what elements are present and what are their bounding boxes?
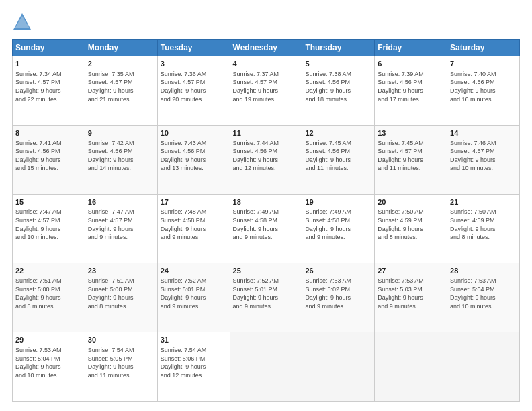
day-info: Sunrise: 7:44 AMSunset: 4:56 PMDaylight:… xyxy=(233,139,300,173)
day-info: Sunrise: 7:52 AMSunset: 5:01 PMDaylight:… xyxy=(233,277,300,310)
svg-marker-1 xyxy=(15,16,30,28)
calendar-body: 1Sunrise: 7:34 AMSunset: 4:57 PMDaylight… xyxy=(13,56,520,402)
calendar-cell: 25Sunrise: 7:52 AMSunset: 5:01 PMDayligh… xyxy=(230,263,302,332)
calendar-cell: 23Sunrise: 7:51 AMSunset: 5:00 PMDayligh… xyxy=(85,263,157,332)
day-info: Sunrise: 7:36 AMSunset: 4:57 PMDaylight:… xyxy=(161,70,227,103)
calendar-cell: 28Sunrise: 7:53 AMSunset: 5:04 PMDayligh… xyxy=(447,263,520,332)
day-info: Sunrise: 7:53 AMSunset: 5:04 PMDaylight:… xyxy=(15,346,82,379)
day-number: 12 xyxy=(305,128,371,138)
calendar-cell: 13Sunrise: 7:45 AMSunset: 4:57 PMDayligh… xyxy=(375,125,447,194)
day-number: 27 xyxy=(378,266,444,276)
day-info: Sunrise: 7:45 AMSunset: 4:56 PMDaylight:… xyxy=(305,139,371,173)
day-info: Sunrise: 7:52 AMSunset: 5:01 PMDaylight:… xyxy=(161,277,227,310)
calendar-cell: 30Sunrise: 7:54 AMSunset: 5:05 PMDayligh… xyxy=(85,332,157,402)
calendar-cell: 4Sunrise: 7:37 AMSunset: 4:57 PMDaylight… xyxy=(230,56,302,126)
day-number: 2 xyxy=(88,59,154,69)
day-number: 20 xyxy=(378,197,444,208)
day-info: Sunrise: 7:54 AMSunset: 5:06 PMDaylight:… xyxy=(161,346,227,379)
day-number: 6 xyxy=(378,59,444,69)
calendar-week-2: 8Sunrise: 7:41 AMSunset: 4:56 PMDaylight… xyxy=(13,125,520,194)
calendar-cell: 16Sunrise: 7:47 AMSunset: 4:57 PMDayligh… xyxy=(85,194,157,263)
calendar-cell: 8Sunrise: 7:41 AMSunset: 4:56 PMDaylight… xyxy=(13,125,85,194)
day-number: 3 xyxy=(161,59,227,69)
day-number: 25 xyxy=(233,266,300,276)
day-info: Sunrise: 7:53 AMSunset: 5:03 PMDaylight:… xyxy=(378,277,444,310)
calendar-cell: 1Sunrise: 7:34 AMSunset: 4:57 PMDaylight… xyxy=(13,56,85,126)
calendar-cell: 9Sunrise: 7:42 AMSunset: 4:56 PMDaylight… xyxy=(85,125,157,194)
calendar-cell: 18Sunrise: 7:49 AMSunset: 4:58 PMDayligh… xyxy=(230,194,302,263)
day-info: Sunrise: 7:46 AMSunset: 4:57 PMDaylight:… xyxy=(450,139,517,173)
col-tuesday: Tuesday xyxy=(157,40,230,56)
day-number: 29 xyxy=(15,335,82,345)
day-info: Sunrise: 7:37 AMSunset: 4:57 PMDaylight:… xyxy=(233,70,300,103)
logo xyxy=(12,12,35,32)
header xyxy=(12,12,520,32)
col-friday: Friday xyxy=(375,40,447,56)
day-number: 23 xyxy=(88,266,154,276)
col-wednesday: Wednesday xyxy=(230,40,302,56)
day-info: Sunrise: 7:54 AMSunset: 5:05 PMDaylight:… xyxy=(88,346,154,379)
day-number: 8 xyxy=(15,128,82,138)
day-info: Sunrise: 7:49 AMSunset: 4:58 PMDaylight:… xyxy=(305,208,371,241)
calendar-cell: 15Sunrise: 7:47 AMSunset: 4:57 PMDayligh… xyxy=(13,194,85,263)
calendar-cell: 31Sunrise: 7:54 AMSunset: 5:06 PMDayligh… xyxy=(157,332,230,402)
calendar-cell: 7Sunrise: 7:40 AMSunset: 4:56 PMDaylight… xyxy=(447,56,520,126)
calendar-cell xyxy=(447,332,520,402)
calendar-cell: 12Sunrise: 7:45 AMSunset: 4:56 PMDayligh… xyxy=(302,125,375,194)
calendar-week-5: 29Sunrise: 7:53 AMSunset: 5:04 PMDayligh… xyxy=(13,332,520,402)
calendar-cell: 27Sunrise: 7:53 AMSunset: 5:03 PMDayligh… xyxy=(375,263,447,332)
day-number: 7 xyxy=(450,59,517,69)
day-info: Sunrise: 7:47 AMSunset: 4:57 PMDaylight:… xyxy=(15,208,82,241)
calendar-cell xyxy=(375,332,447,402)
day-number: 14 xyxy=(450,128,517,138)
calendar-cell: 20Sunrise: 7:50 AMSunset: 4:59 PMDayligh… xyxy=(375,194,447,263)
day-number: 18 xyxy=(233,197,300,208)
day-number: 19 xyxy=(305,197,371,208)
day-number: 21 xyxy=(450,197,517,208)
calendar-cell xyxy=(302,332,375,402)
day-number: 24 xyxy=(161,266,227,276)
calendar-cell: 29Sunrise: 7:53 AMSunset: 5:04 PMDayligh… xyxy=(13,332,85,402)
calendar-cell: 26Sunrise: 7:53 AMSunset: 5:02 PMDayligh… xyxy=(302,263,375,332)
day-info: Sunrise: 7:50 AMSunset: 4:59 PMDaylight:… xyxy=(450,208,517,241)
day-number: 4 xyxy=(233,59,300,69)
logo-icon xyxy=(12,12,32,32)
day-info: Sunrise: 7:51 AMSunset: 5:00 PMDaylight:… xyxy=(88,277,154,310)
day-info: Sunrise: 7:40 AMSunset: 4:56 PMDaylight:… xyxy=(450,70,517,103)
calendar-cell: 3Sunrise: 7:36 AMSunset: 4:57 PMDaylight… xyxy=(157,56,230,126)
col-sunday: Sunday xyxy=(13,40,85,56)
calendar-cell xyxy=(230,332,302,402)
day-number: 1 xyxy=(15,59,82,69)
calendar-cell: 2Sunrise: 7:35 AMSunset: 4:57 PMDaylight… xyxy=(85,56,157,126)
day-info: Sunrise: 7:42 AMSunset: 4:56 PMDaylight:… xyxy=(88,139,154,173)
day-number: 22 xyxy=(15,266,82,276)
calendar-cell: 21Sunrise: 7:50 AMSunset: 4:59 PMDayligh… xyxy=(447,194,520,263)
calendar-cell: 19Sunrise: 7:49 AMSunset: 4:58 PMDayligh… xyxy=(302,194,375,263)
calendar-week-4: 22Sunrise: 7:51 AMSunset: 5:00 PMDayligh… xyxy=(13,263,520,332)
day-info: Sunrise: 7:48 AMSunset: 4:58 PMDaylight:… xyxy=(161,208,227,241)
day-info: Sunrise: 7:43 AMSunset: 4:56 PMDaylight:… xyxy=(161,139,227,173)
day-number: 11 xyxy=(233,128,300,138)
day-number: 31 xyxy=(161,335,227,345)
day-info: Sunrise: 7:39 AMSunset: 4:56 PMDaylight:… xyxy=(378,70,444,103)
day-info: Sunrise: 7:51 AMSunset: 5:00 PMDaylight:… xyxy=(15,277,82,310)
col-saturday: Saturday xyxy=(447,40,520,56)
day-info: Sunrise: 7:34 AMSunset: 4:57 PMDaylight:… xyxy=(15,70,82,103)
calendar-cell: 22Sunrise: 7:51 AMSunset: 5:00 PMDayligh… xyxy=(13,263,85,332)
day-number: 9 xyxy=(88,128,154,138)
day-number: 30 xyxy=(88,335,154,345)
day-info: Sunrise: 7:41 AMSunset: 4:56 PMDaylight:… xyxy=(15,139,82,173)
calendar-cell: 10Sunrise: 7:43 AMSunset: 4:56 PMDayligh… xyxy=(157,125,230,194)
day-info: Sunrise: 7:53 AMSunset: 5:04 PMDaylight:… xyxy=(450,277,517,310)
day-info: Sunrise: 7:53 AMSunset: 5:02 PMDaylight:… xyxy=(305,277,371,310)
calendar-cell: 5Sunrise: 7:38 AMSunset: 4:56 PMDaylight… xyxy=(302,56,375,126)
calendar-cell: 24Sunrise: 7:52 AMSunset: 5:01 PMDayligh… xyxy=(157,263,230,332)
day-info: Sunrise: 7:47 AMSunset: 4:57 PMDaylight:… xyxy=(88,208,154,241)
calendar-header: Sunday Monday Tuesday Wednesday Thursday… xyxy=(13,40,520,56)
page: Sunday Monday Tuesday Wednesday Thursday… xyxy=(0,0,532,411)
day-info: Sunrise: 7:38 AMSunset: 4:56 PMDaylight:… xyxy=(305,70,371,103)
header-row: Sunday Monday Tuesday Wednesday Thursday… xyxy=(13,40,520,56)
day-number: 10 xyxy=(161,128,227,138)
col-monday: Monday xyxy=(85,40,157,56)
calendar-week-3: 15Sunrise: 7:47 AMSunset: 4:57 PMDayligh… xyxy=(13,194,520,263)
